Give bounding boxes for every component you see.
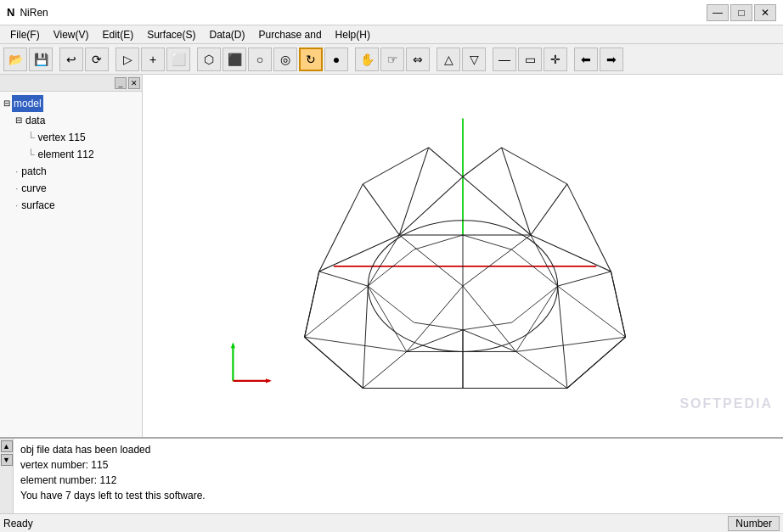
tree-label-patch[interactable]: patch <box>20 163 48 180</box>
left-panel: _ ✕ ⊟ model ⊟ data └ vertex 115 <box>0 75 143 437</box>
app-title: NiRen <box>20 7 48 19</box>
leaf-connector: · <box>15 198 18 213</box>
wireframe-button[interactable]: ⬜ <box>166 48 190 71</box>
tree-node-surface[interactable]: · surface <box>3 197 138 214</box>
add-point-button[interactable]: + <box>141 48 165 71</box>
log-area: ▲ ▼ obj file data has been loaded vertex… <box>0 437 783 513</box>
open-button[interactable]: 📂 <box>3 48 27 71</box>
grab-button[interactable]: ✋ <box>355 48 379 71</box>
triangle2-button[interactable]: ▽ <box>462 48 486 71</box>
menu-file[interactable]: File(F) <box>3 27 47 42</box>
cross-button[interactable]: ✛ <box>544 48 567 71</box>
panel-close-button[interactable]: ✕ <box>128 77 140 89</box>
menubar: File(F) View(V) Edit(E) Surface(S) Data(… <box>0 25 783 44</box>
menu-data[interactable]: Data(D) <box>203 27 252 42</box>
menu-edit[interactable]: Edit(E) <box>95 27 140 42</box>
tree-label-model[interactable]: model <box>12 95 43 112</box>
leaf-connector: · <box>15 164 18 179</box>
tree-toggle-model[interactable]: ⊟ <box>3 96 10 111</box>
menu-view[interactable]: View(V) <box>47 27 96 42</box>
menu-help[interactable]: Help(H) <box>329 27 377 42</box>
undo-button[interactable]: ↩ <box>59 48 83 71</box>
log-scrollbar: ▲ ▼ <box>0 439 14 513</box>
drag-button[interactable]: ⇔ <box>406 48 430 71</box>
line-button[interactable]: — <box>493 48 516 71</box>
rect-button[interactable]: ▭ <box>518 48 542 71</box>
panel-header: _ ✕ <box>0 75 142 92</box>
log-line-1: obj file data has been loaded <box>20 442 776 457</box>
canvas-area[interactable]: SOFTPEDIA <box>143 75 783 437</box>
status-bar: Ready Number <box>0 513 783 532</box>
titlebar-controls: — □ ✕ <box>707 4 776 21</box>
menu-purchase[interactable]: Purchase and <box>252 27 329 42</box>
tree-node-model[interactable]: ⊟ model <box>3 95 138 112</box>
grab2-button[interactable]: ☞ <box>380 48 404 71</box>
box-button[interactable]: ⬛ <box>223 48 246 71</box>
tree-toggle-data[interactable]: ⊟ <box>15 113 22 128</box>
minimize-button[interactable]: — <box>707 4 729 21</box>
tree-node-vertex[interactable]: └ vertex 115 <box>3 129 138 146</box>
tree-label-data[interactable]: data <box>24 112 47 129</box>
light-button[interactable]: ● <box>324 48 348 71</box>
rotate3d-button[interactable]: ↻ <box>299 48 323 71</box>
save-button[interactable]: 💾 <box>29 48 53 71</box>
mesh-button[interactable]: ⬡ <box>197 48 221 71</box>
titlebar: N NiRen — □ ✕ <box>0 0 783 25</box>
3d-model-svg <box>143 75 783 437</box>
tree-label-vertex[interactable]: vertex 115 <box>37 129 87 146</box>
triangle-button[interactable]: △ <box>437 48 460 71</box>
app-icon: N <box>7 6 14 19</box>
leaf-connector: └ <box>27 130 35 145</box>
log-line-2: vertex number: 115 <box>20 457 776 473</box>
viewport[interactable]: SOFTPEDIA <box>143 75 783 437</box>
scroll-down-button[interactable]: ▼ <box>1 454 13 466</box>
redo-button[interactable]: ➡ <box>600 48 623 71</box>
tree-view: ⊟ model ⊟ data └ vertex 115 └ element 11… <box>0 92 142 437</box>
undo2-button[interactable]: ⬅ <box>574 48 598 71</box>
titlebar-left: N NiRen <box>7 6 48 19</box>
scroll-up-button[interactable]: ▲ <box>1 440 13 452</box>
log-content: obj file data has been loaded vertex num… <box>14 439 783 513</box>
maximize-button[interactable]: □ <box>730 4 752 21</box>
status-number-badge: Number <box>728 516 780 531</box>
tree-label-curve[interactable]: curve <box>20 180 48 197</box>
tree-node-curve[interactable]: · curve <box>3 180 138 197</box>
ellipse-button[interactable]: ◎ <box>273 48 297 71</box>
status-left: Ready <box>3 518 33 529</box>
select-button[interactable]: ▷ <box>115 48 139 71</box>
tree-node-element[interactable]: └ element 112 <box>3 146 138 163</box>
tree-node-data[interactable]: ⊟ data <box>3 112 138 129</box>
tree-label-element[interactable]: element 112 <box>37 146 96 163</box>
panel-pin-button[interactable]: _ <box>115 77 127 89</box>
leaf-connector: └ <box>27 147 35 162</box>
main-area: _ ✕ ⊟ model ⊟ data └ vertex 115 <box>0 75 783 437</box>
leaf-connector: · <box>15 181 18 196</box>
toolbar: 📂 💾 ↩ ⟳ ▷ + ⬜ ⬡ ⬛ ○ ◎ ↻ ● ✋ ☞ ⇔ △ ▽ — ▭ … <box>0 44 783 75</box>
log-line-4: You have 7 days left to test this softwa… <box>20 488 776 503</box>
log-line-3: element number: 112 <box>20 473 776 488</box>
tree-label-surface[interactable]: surface <box>20 197 56 214</box>
close-button[interactable]: ✕ <box>754 4 776 21</box>
sphere-button[interactable]: ○ <box>248 48 272 71</box>
rotate-view-button[interactable]: ⟳ <box>85 48 109 71</box>
tree-node-patch[interactable]: · patch <box>3 163 138 180</box>
menu-surface[interactable]: Surface(S) <box>140 27 202 42</box>
